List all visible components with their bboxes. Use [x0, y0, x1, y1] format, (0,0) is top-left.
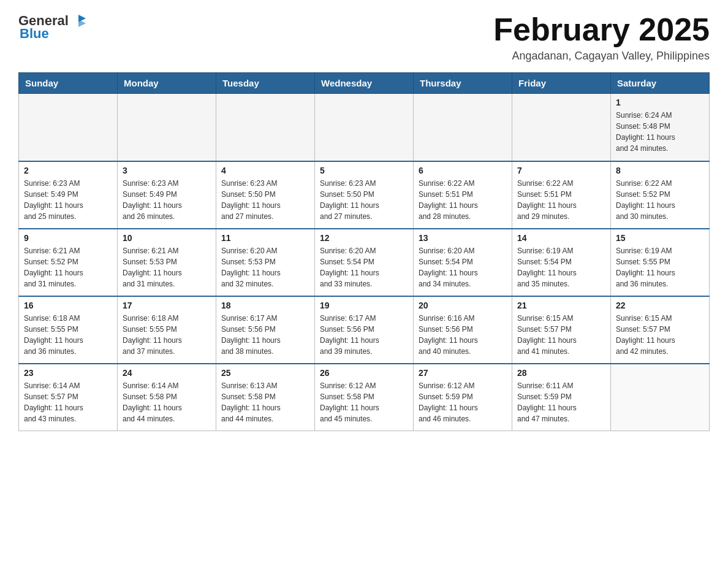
table-row	[414, 94, 512, 161]
day-number: 18	[221, 301, 309, 310]
day-number: 4	[221, 166, 309, 175]
day-info: Sunrise: 6:22 AM Sunset: 5:51 PM Dayligh…	[419, 178, 507, 222]
logo-flag-icon	[70, 12, 87, 29]
table-row: 17Sunrise: 6:18 AM Sunset: 5:55 PM Dayli…	[118, 296, 216, 364]
table-row: 15Sunrise: 6:19 AM Sunset: 5:55 PM Dayli…	[611, 229, 710, 296]
day-info: Sunrise: 6:13 AM Sunset: 5:58 PM Dayligh…	[221, 380, 309, 424]
day-number: 25	[221, 368, 309, 378]
table-row: 18Sunrise: 6:17 AM Sunset: 5:56 PM Dayli…	[216, 296, 315, 364]
table-row: 23Sunrise: 6:14 AM Sunset: 5:57 PM Dayli…	[19, 364, 118, 431]
day-number: 5	[320, 166, 408, 175]
day-info: Sunrise: 6:15 AM Sunset: 5:57 PM Dayligh…	[616, 313, 704, 357]
day-number: 10	[123, 233, 211, 243]
col-tuesday: Tuesday	[216, 73, 315, 94]
day-info: Sunrise: 6:21 AM Sunset: 5:53 PM Dayligh…	[123, 245, 211, 289]
table-row: 25Sunrise: 6:13 AM Sunset: 5:58 PM Dayli…	[216, 364, 315, 431]
day-number: 9	[24, 233, 112, 243]
day-number: 2	[24, 166, 112, 175]
day-info: Sunrise: 6:20 AM Sunset: 5:53 PM Dayligh…	[221, 245, 309, 289]
day-info: Sunrise: 6:19 AM Sunset: 5:54 PM Dayligh…	[517, 245, 605, 289]
table-row: 24Sunrise: 6:14 AM Sunset: 5:58 PM Dayli…	[118, 364, 216, 431]
day-info: Sunrise: 6:20 AM Sunset: 5:54 PM Dayligh…	[419, 245, 507, 289]
day-number: 6	[419, 166, 507, 175]
table-row: 26Sunrise: 6:12 AM Sunset: 5:58 PM Dayli…	[315, 364, 414, 431]
day-info: Sunrise: 6:12 AM Sunset: 5:59 PM Dayligh…	[419, 380, 507, 424]
day-info: Sunrise: 6:18 AM Sunset: 5:55 PM Dayligh…	[24, 313, 112, 357]
table-row: 13Sunrise: 6:20 AM Sunset: 5:54 PM Dayli…	[414, 229, 512, 296]
day-number: 15	[616, 233, 704, 243]
table-row	[216, 94, 315, 161]
calendar-table: Sunday Monday Tuesday Wednesday Thursday…	[18, 72, 710, 431]
day-info: Sunrise: 6:16 AM Sunset: 5:56 PM Dayligh…	[419, 313, 507, 357]
table-row: 2Sunrise: 6:23 AM Sunset: 5:49 PM Daylig…	[19, 161, 118, 229]
calendar-week-1: 1Sunrise: 6:24 AM Sunset: 5:48 PM Daylig…	[19, 94, 710, 161]
table-row: 4Sunrise: 6:23 AM Sunset: 5:50 PM Daylig…	[216, 161, 315, 229]
table-row: 21Sunrise: 6:15 AM Sunset: 5:57 PM Dayli…	[512, 296, 611, 364]
day-info: Sunrise: 6:22 AM Sunset: 5:52 PM Dayligh…	[616, 178, 704, 222]
day-number: 19	[320, 301, 408, 310]
day-info: Sunrise: 6:24 AM Sunset: 5:48 PM Dayligh…	[616, 110, 704, 154]
day-info: Sunrise: 6:22 AM Sunset: 5:51 PM Dayligh…	[517, 178, 605, 222]
table-row: 8Sunrise: 6:22 AM Sunset: 5:52 PM Daylig…	[611, 161, 710, 229]
day-info: Sunrise: 6:11 AM Sunset: 5:59 PM Dayligh…	[517, 380, 605, 424]
table-row: 28Sunrise: 6:11 AM Sunset: 5:59 PM Dayli…	[512, 364, 611, 431]
table-row	[611, 364, 710, 431]
day-info: Sunrise: 6:12 AM Sunset: 5:58 PM Dayligh…	[320, 380, 408, 424]
location-subtitle: Angadanan, Cagayan Valley, Philippines	[493, 50, 710, 63]
table-row	[19, 94, 118, 161]
table-row: 20Sunrise: 6:16 AM Sunset: 5:56 PM Dayli…	[414, 296, 512, 364]
calendar-week-5: 23Sunrise: 6:14 AM Sunset: 5:57 PM Dayli…	[19, 364, 710, 431]
col-sunday: Sunday	[19, 73, 118, 94]
table-row: 12Sunrise: 6:20 AM Sunset: 5:54 PM Dayli…	[315, 229, 414, 296]
day-info: Sunrise: 6:23 AM Sunset: 5:49 PM Dayligh…	[123, 178, 211, 222]
day-number: 3	[123, 166, 211, 175]
day-info: Sunrise: 6:23 AM Sunset: 5:49 PM Dayligh…	[24, 178, 112, 222]
table-row: 16Sunrise: 6:18 AM Sunset: 5:55 PM Dayli…	[19, 296, 118, 364]
table-row: 22Sunrise: 6:15 AM Sunset: 5:57 PM Dayli…	[611, 296, 710, 364]
day-number: 28	[517, 368, 605, 378]
day-info: Sunrise: 6:23 AM Sunset: 5:50 PM Dayligh…	[221, 178, 309, 222]
day-number: 12	[320, 233, 408, 243]
col-monday: Monday	[118, 73, 216, 94]
day-info: Sunrise: 6:23 AM Sunset: 5:50 PM Dayligh…	[320, 178, 408, 222]
logo: General Blue	[18, 12, 87, 42]
day-number: 24	[123, 368, 211, 378]
title-section: February 2025 Angadanan, Cagayan Valley,…	[493, 12, 710, 63]
svg-marker-1	[78, 20, 86, 27]
table-row: 11Sunrise: 6:20 AM Sunset: 5:53 PM Dayli…	[216, 229, 315, 296]
col-thursday: Thursday	[414, 73, 512, 94]
calendar-week-2: 2Sunrise: 6:23 AM Sunset: 5:49 PM Daylig…	[19, 161, 710, 229]
day-number: 14	[517, 233, 605, 243]
day-number: 11	[221, 233, 309, 243]
table-row: 27Sunrise: 6:12 AM Sunset: 5:59 PM Dayli…	[414, 364, 512, 431]
day-number: 17	[123, 301, 211, 310]
day-number: 26	[320, 368, 408, 378]
day-number: 8	[616, 166, 704, 175]
day-number: 13	[419, 233, 507, 243]
day-info: Sunrise: 6:17 AM Sunset: 5:56 PM Dayligh…	[320, 313, 408, 357]
day-number: 16	[24, 301, 112, 310]
page-header: General Blue February 2025 Angadanan, Ca…	[18, 12, 710, 63]
table-row: 3Sunrise: 6:23 AM Sunset: 5:49 PM Daylig…	[118, 161, 216, 229]
day-number: 1	[616, 98, 704, 107]
day-number: 23	[24, 368, 112, 378]
day-info: Sunrise: 6:15 AM Sunset: 5:57 PM Dayligh…	[517, 313, 605, 357]
day-info: Sunrise: 6:19 AM Sunset: 5:55 PM Dayligh…	[616, 245, 704, 289]
day-number: 21	[517, 301, 605, 310]
table-row: 14Sunrise: 6:19 AM Sunset: 5:54 PM Dayli…	[512, 229, 611, 296]
table-row	[512, 94, 611, 161]
day-number: 7	[517, 166, 605, 175]
table-row: 10Sunrise: 6:21 AM Sunset: 5:53 PM Dayli…	[118, 229, 216, 296]
day-info: Sunrise: 6:18 AM Sunset: 5:55 PM Dayligh…	[123, 313, 211, 357]
table-row	[315, 94, 414, 161]
table-row	[118, 94, 216, 161]
month-year-title: February 2025	[493, 12, 710, 47]
day-number: 27	[419, 368, 507, 378]
col-wednesday: Wednesday	[315, 73, 414, 94]
calendar-week-4: 16Sunrise: 6:18 AM Sunset: 5:55 PM Dayli…	[19, 296, 710, 364]
calendar-week-3: 9Sunrise: 6:21 AM Sunset: 5:52 PM Daylig…	[19, 229, 710, 296]
table-row: 7Sunrise: 6:22 AM Sunset: 5:51 PM Daylig…	[512, 161, 611, 229]
day-number: 22	[616, 301, 704, 310]
day-info: Sunrise: 6:17 AM Sunset: 5:56 PM Dayligh…	[221, 313, 309, 357]
calendar-header-row: Sunday Monday Tuesday Wednesday Thursday…	[19, 73, 710, 94]
